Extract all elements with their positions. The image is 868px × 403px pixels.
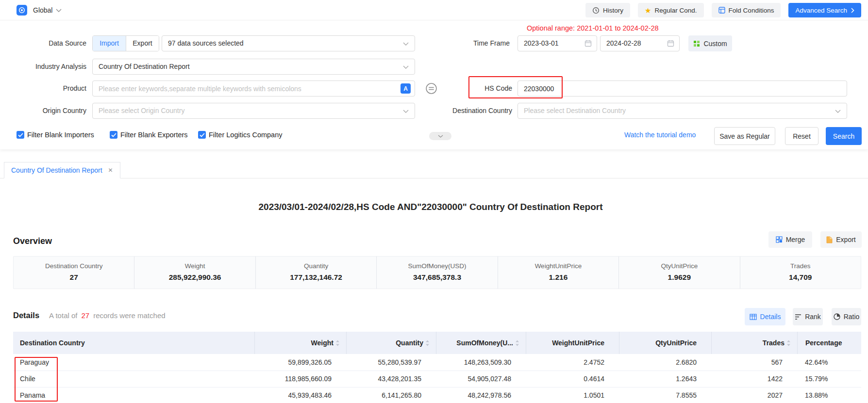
header-percentage: Percentage: [797, 332, 861, 354]
tab-label: Country Of Destination Report: [11, 166, 102, 174]
rank-icon: [795, 314, 801, 320]
industry-analysis-label: Industry Analysis: [0, 59, 86, 75]
overview-heading: Overview: [13, 236, 52, 246]
merge-button[interactable]: Merge: [768, 231, 812, 248]
cell-weight: 45,939,483.46: [254, 387, 346, 403]
checkbox-label: Filter Blank Exporters: [120, 131, 188, 139]
search-form: Optional range: 2021-01-01 to 2024-02-28…: [0, 20, 868, 149]
save-as-regular-button[interactable]: Save as Regular: [714, 127, 775, 145]
table-header-row: Destination Country Weight Quantity SumO…: [13, 332, 861, 354]
header-bar: Global History ★ Regular Cond. Fold Cond…: [0, 0, 868, 20]
stat-value: 1.216: [549, 273, 568, 282]
optional-range-note: Optional range: 2021-01-01 to 2024-02-28: [527, 24, 659, 32]
merge-icon: [776, 236, 783, 243]
import-toggle[interactable]: Import: [93, 36, 126, 51]
stat-destination-country: Destination Country 27: [14, 257, 134, 289]
view-rank-button[interactable]: Rank: [793, 308, 823, 325]
table-row[interactable]: Panama 45,939,483.46 6,141,265.80 48,242…: [13, 387, 861, 403]
reset-button[interactable]: Reset: [785, 127, 818, 145]
start-date-input[interactable]: 2023-03-01: [517, 35, 597, 51]
app-logo[interactable]: [17, 5, 27, 16]
data-source-select[interactable]: 97 data sources selected: [162, 35, 415, 51]
export-toggle[interactable]: Export: [126, 36, 159, 51]
chevron-down-icon: [56, 9, 62, 12]
calendar-icon: [584, 40, 592, 47]
cell-quantity: 55,280,539.97: [346, 354, 436, 371]
history-icon: [592, 7, 600, 14]
keyword-settings-icon[interactable]: [425, 82, 437, 95]
cell-sum-of-money: 148,263,509.30: [436, 354, 526, 371]
stat-label: Trades: [790, 262, 811, 270]
table-row[interactable]: Chile 118,985,660.09 43,428,201.35 54,90…: [13, 371, 861, 387]
view-details-button[interactable]: Details: [745, 308, 785, 325]
matched-count: 27: [81, 311, 89, 320]
close-icon[interactable]: ✕: [108, 167, 113, 174]
cell-qty-unit-price: 1.2643: [619, 371, 711, 387]
fold-conditions-button[interactable]: Fold Conditions: [712, 3, 781, 17]
ratio-pie-icon: [834, 313, 840, 320]
checkbox-checked-icon: [198, 131, 206, 139]
history-button[interactable]: History: [585, 3, 630, 17]
hs-code-input[interactable]: [517, 81, 847, 97]
stat-label: SumOfMoney(USD): [408, 262, 466, 270]
logo-glyph-icon: [18, 7, 25, 14]
table-view-icon: [750, 314, 757, 320]
view-ratio-button[interactable]: Ratio: [832, 308, 861, 325]
view-ratio-label: Ratio: [844, 313, 860, 321]
origin-country-select[interactable]: Please select Origin Country: [92, 103, 415, 119]
stat-value: 347,685,378.3: [413, 273, 461, 282]
stat-sum-of-money: SumOfMoney(USD) 347,685,378.3: [376, 257, 497, 289]
report-tab[interactable]: Country Of Destination Report ✕: [4, 162, 120, 178]
industry-analysis-select[interactable]: Country Of Destination Report: [92, 59, 415, 75]
checkbox-filter-blank-importers[interactable]: Filter Blank Importers: [17, 131, 94, 139]
checkbox-filter-logistics-company[interactable]: Filter Logitics Company: [198, 131, 283, 139]
advanced-search-button[interactable]: Advanced Search: [788, 3, 861, 17]
header-sum-of-money[interactable]: SumOfMoney(U...: [436, 332, 526, 354]
stat-label: QtyUnitPrice: [661, 262, 698, 270]
tutorial-link[interactable]: Watch the tutorial demo: [624, 131, 696, 139]
time-frame-label: Time Frame: [427, 35, 510, 51]
overview-stats-bar: Destination Country 27 Weight 285,922,99…: [13, 256, 861, 289]
details-heading: Details: [13, 311, 39, 320]
translate-icon[interactable]: A: [401, 83, 411, 94]
cell-weight: 59,899,326.05: [254, 354, 346, 371]
details-summary: Details A total of 27 records were match…: [13, 311, 166, 320]
header-qty-unit-price: QtyUnitPrice: [619, 332, 711, 354]
export-button[interactable]: Export: [820, 231, 862, 248]
stat-label: WeightUnitPrice: [535, 262, 582, 270]
stat-value: 14,709: [789, 273, 812, 282]
cell-weight: 118,985,660.09: [254, 371, 346, 387]
stat-label: Destination Country: [45, 262, 103, 270]
destination-country-label: Destination Country: [417, 103, 512, 119]
stat-quantity: Quantity 177,132,146.72: [255, 257, 376, 289]
sort-icon: [335, 340, 340, 346]
sort-icon: [786, 340, 791, 346]
checkbox-checked-icon: [17, 131, 24, 139]
cell-sum-of-money: 54,905,027.48: [436, 371, 526, 387]
collapse-toggle[interactable]: [429, 132, 451, 140]
origin-country-placeholder: Please select Origin Country: [99, 107, 184, 114]
data-source-value: 97 data sources selected: [168, 39, 244, 47]
end-date-input[interactable]: 2024-02-28: [600, 35, 680, 51]
end-date-value: 2024-02-28: [606, 39, 641, 47]
page: Global History ★ Regular Cond. Fold Cond…: [0, 0, 868, 403]
header-quantity[interactable]: Quantity: [346, 332, 436, 354]
custom-button[interactable]: Custom: [688, 35, 732, 51]
cell-weight-unit-price: 1.0501: [526, 387, 619, 403]
header-trades[interactable]: Trades: [711, 332, 797, 354]
data-source-toggle: Import Export: [92, 35, 159, 51]
regular-cond-button[interactable]: ★ Regular Cond.: [638, 3, 704, 17]
chevron-right-icon: [851, 8, 854, 13]
sort-icon: [425, 340, 430, 346]
search-button[interactable]: Search: [826, 127, 862, 145]
global-region-selector[interactable]: Global: [33, 6, 62, 14]
custom-grid-icon: [693, 40, 700, 47]
destination-country-select[interactable]: Please select Destination Country: [517, 103, 847, 119]
product-input[interactable]: [92, 81, 415, 97]
destination-country-placeholder: Please select Destination Country: [524, 107, 626, 114]
cell-qty-unit-price: 2.6820: [619, 354, 711, 371]
header-weight[interactable]: Weight: [254, 332, 346, 354]
cell-country: Chile: [13, 371, 254, 387]
table-row[interactable]: Paraguay 59,899,326.05 55,280,539.97 148…: [13, 354, 861, 371]
checkbox-filter-blank-exporters[interactable]: Filter Blank Exporters: [110, 131, 188, 139]
